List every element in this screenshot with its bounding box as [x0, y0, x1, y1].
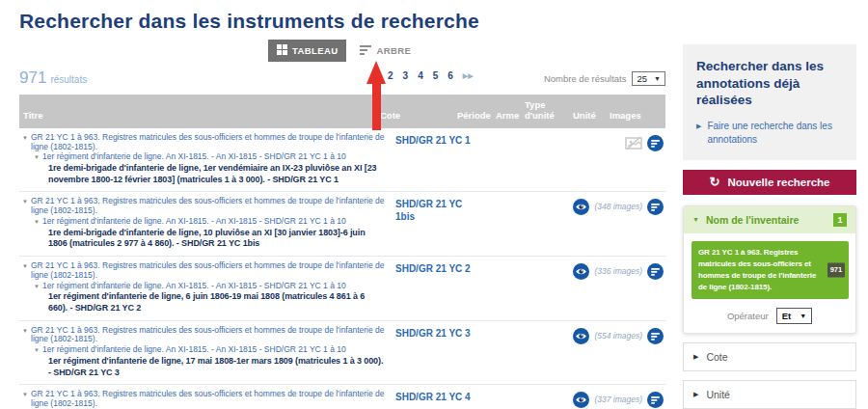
record-title: 1re demi-brigade d'infanterie de ligne, …: [21, 163, 386, 185]
results-bar: 971 résultats 2 3 4 5 6 ▶▶ Nombre de rés…: [19, 65, 665, 92]
titre-cell: ▼GR 21 YC 1 à 963. Registres matricules …: [19, 197, 386, 250]
ancestor-link-regiment[interactable]: ▼1er régiment d'infanterie de ligne. An …: [21, 217, 386, 227]
tree-notice-icon[interactable]: [647, 328, 664, 344]
grid-icon: [277, 44, 287, 57]
page-title: Rechercher dans les instruments de reche…: [19, 10, 868, 33]
ancestor-link-inventory[interactable]: ▼GR 21 YC 1 à 963. Registres matricules …: [21, 261, 386, 281]
tree-notice-icon[interactable]: [647, 135, 664, 151]
active-filter-text: GR 21 YC 1 à 963. Registres matricules d…: [698, 248, 816, 291]
table-row: ▼GR 21 YC 1 à 963. Registres matricules …: [19, 192, 665, 257]
caret-down-icon: ▼: [34, 218, 40, 228]
image-count: (554 images): [594, 328, 642, 341]
accordion-unite[interactable]: ▶ Unité: [683, 380, 856, 409]
titre-cell: ▼GR 21 YC 1 à 963. Registres matricules …: [19, 390, 386, 409]
ancestor-link-inventory[interactable]: ▼GR 21 YC 1 à 963. Registres matricules …: [21, 197, 386, 216]
images-cell: (337 images): [473, 390, 665, 409]
accordion-cote-label: Cote: [706, 351, 727, 363]
accordion-unite-label: Unité: [706, 389, 730, 400]
view-images-eye-icon[interactable]: [573, 199, 589, 215]
column-header-images: Images: [610, 111, 665, 122]
annotations-link-label: Faire une recherche dans les annotations: [707, 120, 843, 147]
inventory-filter-panel: ▼ Nom de l'inventaire 1 GR 21 YC 1 à 963…: [683, 205, 856, 334]
table-header: Titre Cote Période Arme Type d'unité Uni…: [19, 95, 665, 128]
no-image-icon: [625, 136, 642, 150]
results-area: TABLEAU ARBRE 971 résultats 2 3 4 5: [19, 33, 665, 409]
image-count: (337 images): [594, 392, 642, 404]
filters-sidebar: Rechercher dans les annotations déjà réa…: [683, 44, 856, 409]
active-filter-chip[interactable]: GR 21 YC 1 à 963. Registres matricules d…: [692, 241, 849, 299]
inventory-accordion-label: Nom de l'inventaire: [706, 214, 799, 226]
table-row: ▼GR 21 YC 1 à 963. Registres matricules …: [19, 385, 665, 409]
caret-down-icon: ▼: [34, 283, 40, 292]
inventory-accordion-header[interactable]: ▼ Nom de l'inventaire 1: [684, 206, 855, 233]
caret-down-icon: ▼: [22, 327, 28, 337]
caret-right-icon: ▶: [696, 120, 701, 147]
titre-cell: ▼GR 21 YC 1 à 963. Registres matricules …: [19, 261, 386, 314]
record-title: 1er régiment d'infanterie de ligne, 17 m…: [21, 356, 386, 378]
table-row: ▼GR 21 YC 1 à 963. Registres matricules …: [19, 321, 665, 386]
new-search-label: Nouvelle recherche: [727, 177, 829, 188]
tableau-label: TABLEAU: [292, 45, 338, 56]
arbre-view-button[interactable]: ARBRE: [358, 40, 413, 62]
filter-result-count-badge: 971: [827, 262, 845, 277]
inventory-count-badge: 1: [833, 213, 847, 227]
tableau-view-button[interactable]: TABLEAU: [268, 40, 346, 62]
arbre-label: ARBRE: [376, 45, 411, 56]
column-header-unite: Unité: [573, 111, 610, 122]
column-header-cote: Cote: [380, 111, 457, 122]
caret-down-icon: ▼: [22, 134, 28, 144]
results-count-number: 971: [19, 68, 46, 88]
ancestor-link-regiment[interactable]: ▼1er régiment d'infanterie de ligne. An …: [21, 282, 386, 291]
page-link-4[interactable]: 4: [418, 70, 423, 81]
view-images-eye-icon[interactable]: [573, 263, 589, 280]
titre-cell: ▼GR 21 YC 1 à 963. Registres matricules …: [19, 326, 386, 379]
tree-icon: [360, 44, 371, 57]
annotations-search-link[interactable]: ▶ Faire une recherche dans les annotatio…: [696, 120, 843, 147]
caret-down-icon: ▼: [22, 262, 28, 272]
ancestor-link-inventory[interactable]: ▼GR 21 YC 1 à 963. Registres matricules …: [21, 326, 386, 345]
ancestor-link-regiment[interactable]: ▼1er régiment d'infanterie de ligne. An …: [21, 345, 386, 355]
ancestor-link-inventory[interactable]: ▼GR 21 YC 1 à 963. Registres matricules …: [21, 390, 386, 409]
accordion-cote[interactable]: ▶ Cote: [683, 342, 856, 371]
record-title: 1re demi-brigade d'infanterie de ligne, …: [21, 228, 386, 250]
images-cell: (336 images): [473, 261, 665, 314]
new-search-button[interactable]: ↻ Nouvelle recherche: [683, 170, 856, 195]
per-page-value: 25: [637, 73, 647, 84]
operator-select[interactable]: Et ▼: [776, 308, 812, 324]
page-link-3[interactable]: 3: [403, 70, 409, 81]
caret-down-icon: ▼: [22, 391, 28, 400]
caret-down-icon: ▼: [22, 198, 28, 207]
record-title: 1er régiment d'infanterie de ligne, 6 ju…: [21, 291, 386, 314]
caret-right-icon: ▶: [693, 353, 698, 361]
next-pages-icon[interactable]: ▶▶: [463, 72, 474, 80]
select-caret-icon: ▼: [800, 313, 806, 319]
tree-notice-icon[interactable]: [647, 199, 664, 215]
results-count-label: résultats: [50, 74, 87, 85]
tree-notice-icon[interactable]: [647, 392, 664, 408]
column-header-periode: Période: [457, 111, 496, 122]
annotations-heading: Rechercher dans les annotations déjà réa…: [696, 58, 843, 109]
column-header-type-unite: Type d'unité: [525, 100, 573, 122]
table-row: ▼GR 21 YC 1 à 963. Registres matricules …: [19, 128, 665, 193]
operator-value: Et: [782, 311, 792, 321]
select-caret-icon: ▼: [654, 75, 661, 82]
page-link-5[interactable]: 5: [433, 70, 439, 81]
page-link-6[interactable]: 6: [448, 70, 453, 81]
tree-notice-icon[interactable]: [647, 263, 664, 280]
ancestor-link-regiment[interactable]: ▼1er régiment d'infanterie de ligne. An …: [21, 152, 386, 162]
per-page-select[interactable]: 25 ▼: [632, 71, 665, 86]
table-row: ▼GR 21 YC 1 à 963. Registres matricules …: [19, 257, 665, 321]
view-images-eye-icon[interactable]: [573, 392, 589, 408]
view-toolbar: TABLEAU ARBRE: [19, 40, 665, 63]
page-link-2[interactable]: 2: [388, 70, 393, 81]
caret-down-icon: ▼: [34, 153, 40, 163]
ancestor-link-inventory[interactable]: ▼GR 21 YC 1 à 963. Registres matricules …: [21, 133, 386, 152]
operator-row: Opérateur Et ▼: [684, 308, 855, 324]
titre-cell: ▼GR 21 YC 1 à 963. Registres matricules …: [19, 133, 386, 186]
cote-cell: SHD/GR 21 YC 1bis: [386, 197, 473, 250]
caret-right-icon: ▶: [693, 391, 698, 398]
view-images-eye-icon[interactable]: [573, 328, 589, 344]
column-header-titre: Titre: [19, 111, 380, 122]
image-count: (336 images): [594, 263, 642, 276]
per-page-control: Nombre de résultats 25 ▼: [544, 71, 665, 86]
